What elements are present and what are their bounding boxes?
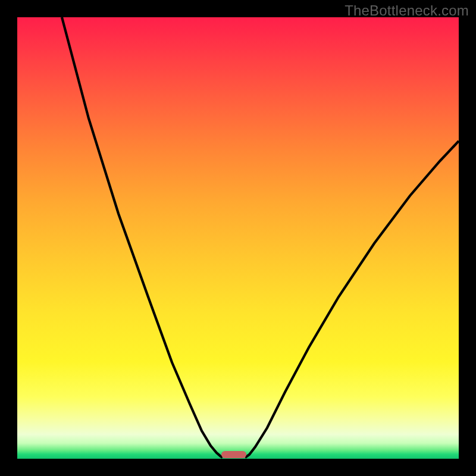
optimal-marker <box>221 451 246 458</box>
curve-right <box>245 141 459 458</box>
curve-left <box>62 17 223 458</box>
chart-plot-area <box>17 17 459 459</box>
bottleneck-curve <box>17 17 459 459</box>
watermark-text: TheBottleneck.com <box>345 2 469 19</box>
